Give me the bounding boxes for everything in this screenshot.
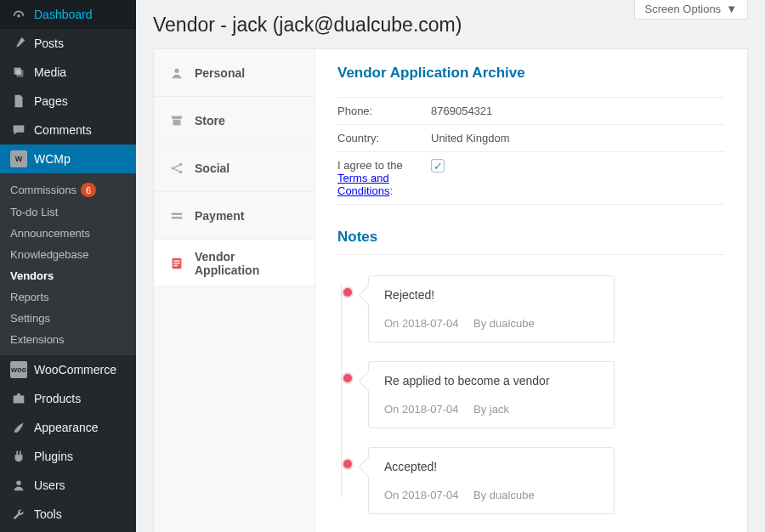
tab-label: Store <box>195 114 225 127</box>
tab-label: Social <box>195 161 230 175</box>
archive-value: United Kingdom <box>431 132 725 144</box>
plugins-icon <box>10 448 27 465</box>
svg-rect-9 <box>173 264 178 265</box>
sidebar-sub-label: Commissions <box>10 184 76 196</box>
sidebar-item-woocommerce[interactable]: woo WooCommerce <box>0 355 136 384</box>
tab-store[interactable]: Store <box>154 97 314 144</box>
products-icon <box>10 390 27 407</box>
pin-icon <box>10 35 27 52</box>
tab-label: Personal <box>195 66 245 80</box>
main-content: Screen Options ▼ Vendor - jack (jack@dua… <box>136 0 765 532</box>
sidebar-item-wcmp[interactable]: W WCMp <box>0 144 136 173</box>
sidebar-sub-vendors[interactable]: Vendors <box>0 265 136 286</box>
sidebar-item-label: Appearance <box>34 421 99 434</box>
sidebar-submenu: Commissions 6 To-do List Announcements K… <box>0 173 136 355</box>
vendor-tabs: Personal Store Social Payment Vendor App… <box>154 49 315 532</box>
sidebar-item-products[interactable]: Products <box>0 384 136 413</box>
archive-row-phone: Phone: 8769054321 <box>337 98 725 125</box>
archive-label: Phone: <box>337 105 431 117</box>
note-message: Rejected! <box>384 288 598 302</box>
note-item: Rejected! On 2018-07-04 By dualcube <box>368 275 615 342</box>
timeline-dot-icon <box>343 288 352 297</box>
svg-rect-8 <box>173 263 179 263</box>
sidebar-item-posts[interactable]: Posts <box>0 29 136 58</box>
media-icon <box>10 64 27 81</box>
note-meta: On 2018-07-04 By dualcube <box>384 489 598 501</box>
appearance-icon <box>10 419 27 436</box>
sidebar-item-users[interactable]: Users <box>0 471 136 500</box>
sidebar-item-pages[interactable]: Pages <box>0 87 136 116</box>
sidebar-item-label: WCMp <box>34 152 71 166</box>
person-icon <box>169 65 184 81</box>
sidebar-item-label: Media <box>34 65 66 79</box>
archive-value: 8769054321 <box>431 105 725 117</box>
svg-point-1 <box>16 481 20 485</box>
sidebar-sub-label: Reports <box>10 291 49 303</box>
sidebar-sub-todo[interactable]: To-do List <box>0 201 136 223</box>
sidebar-item-label: Posts <box>34 37 64 50</box>
archive-table: Phone: 8769054321 Country: United Kingdo… <box>337 97 725 205</box>
tab-personal[interactable]: Personal <box>154 49 314 97</box>
sidebar-sub-label: Knowledgebase <box>10 248 89 261</box>
svg-point-4 <box>179 162 183 166</box>
svg-point-3 <box>172 167 175 170</box>
sidebar-sub-reports[interactable]: Reports <box>0 286 136 308</box>
store-icon <box>169 113 184 128</box>
sidebar-item-dashboard[interactable]: Dashboard <box>0 0 136 29</box>
sidebar-item-appearance[interactable]: Appearance <box>0 413 136 442</box>
terms-prefix: I agree to the <box>337 159 403 172</box>
sidebar-sub-label: Settings <box>10 312 50 325</box>
sidebar-item-media[interactable]: Media <box>0 58 136 87</box>
tab-payment[interactable]: Payment <box>154 192 314 240</box>
sidebar-item-tools[interactable]: Tools <box>0 500 136 529</box>
page-icon <box>10 93 27 110</box>
comment-icon <box>10 122 27 139</box>
admin-sidebar: Dashboard Posts Media Pages Comments W W… <box>0 0 136 532</box>
terms-suffix: : <box>389 184 393 197</box>
timeline-dot-icon <box>343 374 352 382</box>
sidebar-item-label: Dashboard <box>34 8 93 21</box>
note-date: On 2018-07-04 <box>384 403 458 416</box>
archive-row-country: Country: United Kingdom <box>337 125 725 152</box>
sidebar-sub-settings[interactable]: Settings <box>0 308 136 329</box>
note-author: By dualcube <box>473 317 535 330</box>
vendor-panel: Personal Store Social Payment Vendor App… <box>153 48 748 532</box>
tab-social[interactable]: Social <box>154 144 314 192</box>
note-author: By jack <box>473 403 509 416</box>
note-author: By dualcube <box>473 489 535 501</box>
timeline-dot-icon <box>343 460 352 468</box>
tab-vendor-application[interactable]: Vendor Application <box>154 240 314 287</box>
note-message: Re applied to become a vendor <box>384 374 598 388</box>
wcmp-icon: W <box>10 150 27 167</box>
sidebar-item-plugins[interactable]: Plugins <box>0 442 136 471</box>
social-icon <box>169 161 184 176</box>
tab-label: Vendor Application <box>195 250 299 277</box>
commissions-badge: 6 <box>81 183 96 197</box>
payment-icon <box>169 208 184 224</box>
sidebar-item-label: Products <box>34 392 81 405</box>
sidebar-item-comments[interactable]: Comments <box>0 116 136 144</box>
terms-link[interactable]: Terms and Conditions <box>337 172 389 197</box>
sidebar-sub-label: Announcements <box>10 227 90 240</box>
tab-content: Vendor Application Archive Phone: 876905… <box>315 49 747 532</box>
note-meta: On 2018-07-04 By jack <box>384 403 598 416</box>
note-meta: On 2018-07-04 By dualcube <box>384 317 598 330</box>
sidebar-sub-extensions[interactable]: Extensions <box>0 329 136 350</box>
screen-options-button[interactable]: Screen Options ▼ <box>634 0 748 20</box>
application-icon <box>169 256 184 271</box>
sidebar-item-label: Plugins <box>34 450 73 463</box>
terms-checkbox[interactable]: ✓ <box>431 159 445 173</box>
note-date: On 2018-07-04 <box>384 489 458 501</box>
screen-options-label: Screen Options <box>645 3 722 15</box>
archive-title: Vendor Application Archive <box>337 65 725 88</box>
note-message: Accepted! <box>384 460 598 473</box>
sidebar-sub-knowledgebase[interactable]: Knowledgebase <box>0 244 136 265</box>
archive-label: I agree to the Terms and Conditions: <box>337 159 431 197</box>
sidebar-item-label: Users <box>34 478 65 492</box>
tools-icon <box>10 506 27 523</box>
sidebar-item-label: Tools <box>34 507 62 521</box>
sidebar-sub-announcements[interactable]: Announcements <box>0 223 136 244</box>
sidebar-sub-commissions[interactable]: Commissions 6 <box>0 178 136 201</box>
archive-value: ✓ <box>431 159 725 197</box>
archive-label: Country: <box>337 132 431 144</box>
